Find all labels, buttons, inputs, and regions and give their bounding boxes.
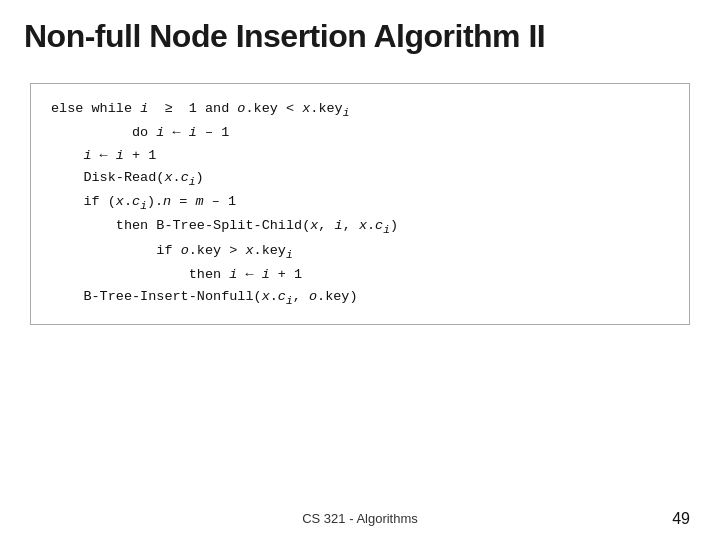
code-line-4: Disk-Read(x.ci) bbox=[51, 167, 669, 191]
code-line-3: i ← i + 1 bbox=[51, 145, 669, 167]
footer: CS 321 - Algorithms 49 bbox=[0, 511, 720, 526]
code-line-9: B-Tree-Insert-Nonfull(x.ci, o.key) bbox=[51, 286, 669, 310]
code-line-7: if o.key > x.keyi bbox=[51, 240, 669, 264]
footer-course: CS 321 - Algorithms bbox=[0, 511, 720, 526]
code-block: else while i ≥ 1 and o.key < x.keyi do i… bbox=[30, 83, 690, 325]
code-line-2: do i ← i – 1 bbox=[51, 122, 669, 144]
code-line-8: then i ← i + 1 bbox=[51, 264, 669, 286]
page-title: Non-full Node Insertion Algorithm II bbox=[0, 0, 720, 65]
code-line-5: if (x.ci).n = m – 1 bbox=[51, 191, 669, 215]
code-line-6: then B-Tree-Split-Child(x, i, x.ci) bbox=[51, 215, 669, 239]
code-line-1: else while i ≥ 1 and o.key < x.keyi bbox=[51, 98, 669, 122]
footer-page: 49 bbox=[672, 510, 690, 528]
